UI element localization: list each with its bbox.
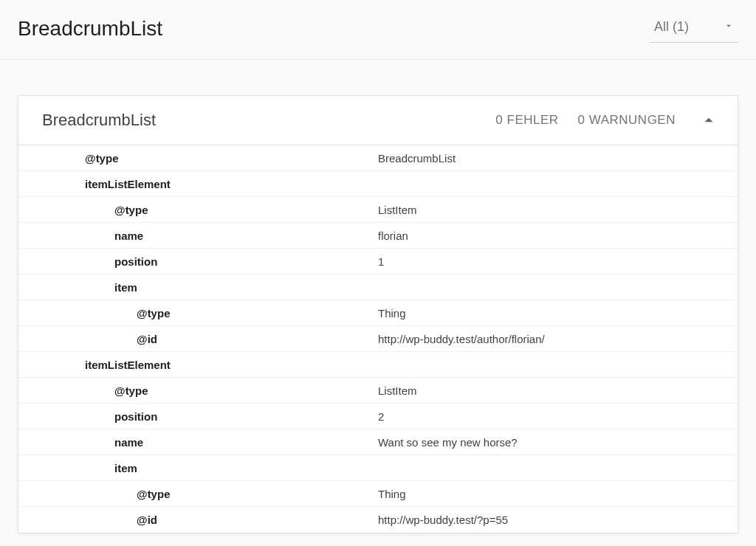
table-row: @id http://wp-buddy.test/author/florian/: [18, 326, 738, 352]
chevron-up-icon: [699, 111, 718, 130]
prop-key: item: [18, 456, 378, 480]
table-row: item: [18, 274, 738, 300]
filter-label: All (1): [654, 19, 689, 35]
table-row: itemListElement: [18, 352, 738, 378]
prop-key: @type: [18, 301, 378, 325]
table-row: @type BreadcrumbList: [18, 145, 738, 171]
prop-val: BreadcrumbList: [378, 146, 738, 170]
table-row: @type ListItem: [18, 197, 738, 223]
data-table: @type BreadcrumbList itemListElement @ty…: [18, 145, 738, 533]
table-row: name florian: [18, 223, 738, 249]
prop-val: Thing: [378, 482, 738, 506]
table-row: position 1: [18, 249, 738, 274]
content-area: BreadcrumbList 0 FEHLER 0 WARNUNGEN @typ…: [0, 60, 756, 546]
prop-key: @type: [18, 146, 378, 170]
table-row: @type Thing: [18, 481, 738, 507]
card-header[interactable]: BreadcrumbList 0 FEHLER 0 WARNUNGEN: [18, 96, 738, 145]
prop-key: item: [18, 275, 378, 300]
prop-key: @type: [18, 198, 378, 222]
prop-val: [378, 462, 738, 474]
prop-key: position: [18, 404, 378, 429]
prop-val: [378, 281, 738, 293]
card-stats: 0 FEHLER 0 WARNUNGEN: [495, 113, 676, 128]
table-row: name Want so see my new horse?: [18, 429, 738, 455]
prop-key: @id: [18, 327, 378, 351]
prop-val: 2: [378, 404, 738, 429]
prop-val: florian: [378, 224, 738, 248]
filter-select[interactable]: All (1): [650, 15, 738, 43]
prop-val: ListItem: [378, 379, 738, 403]
table-row: @type Thing: [18, 300, 738, 326]
table-row: item: [18, 455, 738, 481]
result-card: BreadcrumbList 0 FEHLER 0 WARNUNGEN @typ…: [18, 95, 738, 533]
errors-count: 0 FEHLER: [495, 113, 558, 128]
caret-down-icon: [724, 19, 734, 35]
prop-key: @id: [18, 508, 378, 532]
prop-key: itemListElement: [18, 353, 378, 377]
table-row: @type ListItem: [18, 378, 738, 404]
table-row: itemListElement: [18, 171, 738, 197]
prop-val: [378, 178, 738, 190]
page-title: BreadcrumbList: [18, 17, 162, 41]
prop-key: position: [18, 249, 378, 274]
prop-val: Thing: [378, 301, 738, 325]
prop-val: http://wp-buddy.test/author/florian/: [378, 327, 738, 351]
table-row: @id http://wp-buddy.test/?p=55: [18, 507, 738, 533]
table-row: position 2: [18, 404, 738, 429]
prop-key: @type: [18, 482, 378, 506]
prop-val: Want so see my new horse?: [378, 430, 738, 455]
prop-val: 1: [378, 249, 738, 274]
prop-val: http://wp-buddy.test/?p=55: [378, 508, 738, 532]
prop-val: ListItem: [378, 198, 738, 222]
prop-key: itemListElement: [18, 172, 378, 196]
prop-key: name: [18, 430, 378, 455]
card-title: BreadcrumbList: [42, 111, 495, 130]
prop-val: [378, 359, 738, 370]
prop-key: @type: [18, 379, 378, 403]
top-bar: BreadcrumbList All (1): [0, 0, 756, 60]
warnings-count: 0 WARNUNGEN: [578, 113, 676, 128]
prop-key: name: [18, 224, 378, 248]
